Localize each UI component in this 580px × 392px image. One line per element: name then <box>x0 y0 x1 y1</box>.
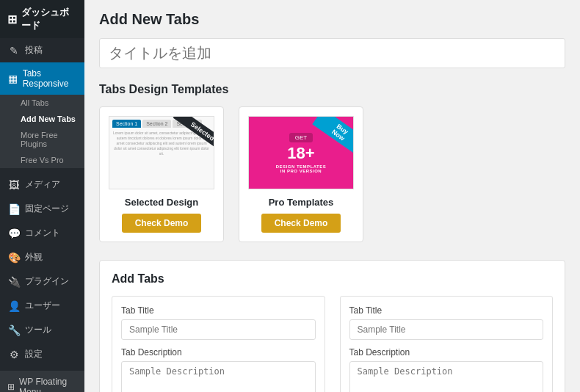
tab-desc-label-1: Tab Description <box>121 347 316 357</box>
page-title: Add New Tabs <box>99 11 565 28</box>
template-preview-pro: GET 18+ DESIGN TEMPLATESIN PRO VERSION B… <box>248 116 354 189</box>
sidebar-sub-more-free-plugins[interactable]: More Free Plugins <box>0 127 84 152</box>
sidebar-item-comments[interactable]: 💬 コメント <box>0 221 84 245</box>
settings-icon: ⚙ <box>7 349 21 360</box>
tab-column-2: Tab Title Tab Description <box>340 296 554 392</box>
sidebar-item-label: メディア <box>25 178 60 191</box>
tabs-icon: ▦ <box>7 73 18 84</box>
template-card-pro: GET 18+ DESIGN TEMPLATESIN PRO VERSION B… <box>239 106 363 242</box>
sidebar-sub-add-new-tabs[interactable]: Add New Tabs <box>0 111 84 127</box>
check-demo-button-pro[interactable]: Check Demo <box>261 214 341 233</box>
sidebar-item-label: ツール <box>25 324 51 336</box>
check-demo-button-selected[interactable]: Check Demo <box>122 214 202 233</box>
posts-icon: ✎ <box>7 45 21 57</box>
sidebar-item-label: 固定ページ <box>25 203 69 215</box>
pro-get-badge: GET <box>289 133 313 142</box>
templates-section-title: Tabs Design Templates <box>99 83 565 96</box>
add-tabs-title: Add Tabs <box>112 272 553 286</box>
sidebar-item-plugins[interactable]: 🔌 プラグイン <box>0 269 84 294</box>
sidebar-item-label: コメント <box>25 227 60 239</box>
sidebar-item-wp-floating-menu[interactable]: ⊞ WP Floating Menu <box>0 371 84 392</box>
floating-menu-icon: ⊞ <box>7 382 15 392</box>
sidebar-item-label: 外観 <box>25 251 43 264</box>
templates-section: Tabs Design Templates Section 1 Section … <box>99 83 565 242</box>
appearance-icon: 🎨 <box>7 252 21 264</box>
sidebar-item-label: Tabs Responsive <box>23 68 77 89</box>
tab-column-1: Tab Title Tab Description <box>112 296 325 392</box>
template-name-selected: Selected Design <box>109 197 214 208</box>
pages-icon: 📄 <box>7 203 21 215</box>
template-name-pro: Pro Templates <box>248 197 354 208</box>
sidebar-brand[interactable]: ⊞ ダッシュボード <box>0 0 84 38</box>
tab-desc-label-2: Tab Description <box>349 347 544 357</box>
pro-age-label: 18+ <box>287 145 314 161</box>
main-content: Add New Tabs Tabs Design Templates Secti… <box>84 0 580 392</box>
sidebar-brand-label: ダッシュボード <box>21 6 77 32</box>
sidebar-item-label: 設定 <box>25 348 43 360</box>
tab-title-label-2: Tab Title <box>349 305 544 316</box>
sidebar-item-tools[interactable]: 🔧 ツール <box>0 318 84 342</box>
add-tabs-section: Add Tabs Tab Title Tab Description Tab T… <box>99 260 565 392</box>
tab-desc-textarea-1[interactable] <box>121 361 316 392</box>
buy-now-ribbon: Buy Now <box>312 116 354 156</box>
sidebar-item-posts[interactable]: ✎ 投稿 <box>0 38 84 62</box>
preview-tab-1: Section 1 <box>112 120 141 128</box>
tools-icon: 🔧 <box>7 324 21 336</box>
sidebar-item-appearance[interactable]: 🎨 外観 <box>0 245 84 269</box>
sidebar-item-label: WP Floating Menu <box>19 377 77 392</box>
tab-title-input-2[interactable] <box>349 319 544 340</box>
template-preview-selected: Section 1 Section 2 Section 3 Lorem ipsu… <box>109 116 214 189</box>
templates-row: Section 1 Section 2 Section 3 Lorem ipsu… <box>99 106 565 242</box>
preview-tab-2: Section 2 <box>142 120 171 128</box>
tabs-row: Tab Title Tab Description Tab Title Tab … <box>112 296 553 392</box>
dashboard-icon: ⊞ <box>7 12 17 26</box>
sidebar-item-media[interactable]: 🖼 メディア <box>0 173 84 197</box>
sidebar-item-users[interactable]: 👤 ユーザー <box>0 294 84 318</box>
pro-text-label: DESIGN TEMPLATESIN PRO VERSION <box>276 164 327 173</box>
sidebar-submenu-tabs: All Tabs Add New Tabs More Free Plugins … <box>0 95 84 168</box>
sidebar-item-tabs-responsive[interactable]: ▦ Tabs Responsive <box>0 62 84 95</box>
tab-title-input-1[interactable] <box>121 319 316 340</box>
users-icon: 👤 <box>7 300 21 312</box>
sidebar-item-label: ユーザー <box>25 300 60 312</box>
sidebar: ⊞ ダッシュボード ✎ 投稿 ▦ Tabs Responsive All Tab… <box>0 0 84 392</box>
tab-desc-textarea-2[interactable] <box>349 361 544 392</box>
tab-title-label-1: Tab Title <box>121 305 316 316</box>
media-icon: 🖼 <box>7 179 21 191</box>
comments-icon: 💬 <box>7 228 21 239</box>
sidebar-sub-free-vs-pro[interactable]: Free Vs Pro <box>0 152 84 168</box>
plugins-icon: 🔌 <box>7 276 21 288</box>
sidebar-item-label: 投稿 <box>25 44 43 57</box>
sidebar-item-settings[interactable]: ⚙ 設定 <box>0 342 84 366</box>
sidebar-sub-all-tabs[interactable]: All Tabs <box>0 95 84 111</box>
title-input[interactable] <box>99 38 565 68</box>
sidebar-item-label: プラグイン <box>25 275 69 288</box>
sidebar-item-pages[interactable]: 📄 固定ページ <box>0 197 84 221</box>
template-card-selected: Section 1 Section 2 Section 3 Lorem ipsu… <box>99 106 224 242</box>
